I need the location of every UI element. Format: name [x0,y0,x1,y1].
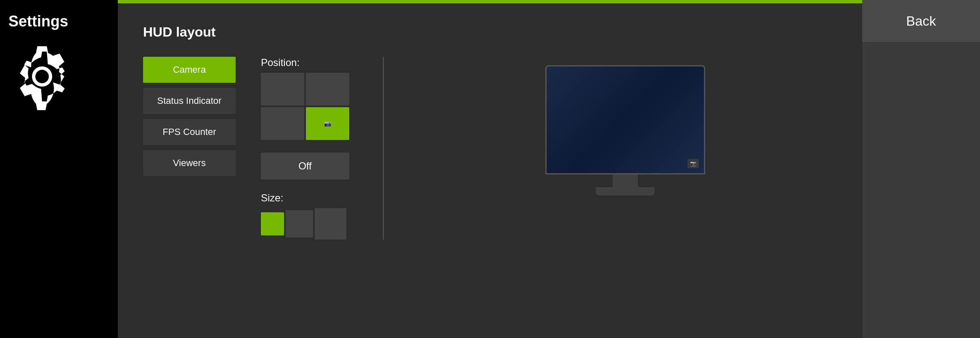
size-section: Size: [261,192,353,240]
size-cell-small[interactable] [261,212,284,235]
size-cell-large[interactable] [315,208,346,240]
position-grid: 📷 [261,73,349,140]
top-bar [118,0,862,3]
position-label: Position: [261,57,353,69]
menu-item-fps-counter[interactable]: FPS Counter [143,119,236,145]
pos-cell-bottom-right[interactable]: 📷 [306,107,349,140]
monitor-screen: 📷 [545,65,705,174]
menu-item-viewers[interactable]: Viewers [143,150,236,176]
monitor-camera-indicator: 📷 [688,159,699,168]
sidebar: Settings [0,0,118,338]
gear-icon [8,43,109,112]
menu-item-status-indicator[interactable]: Status Indicator [143,88,236,114]
pos-cell-top-right[interactable] [306,73,349,106]
sidebar-title: Settings [8,13,109,30]
off-button[interactable]: Off [261,153,349,180]
size-cell-medium[interactable] [286,210,313,238]
monitor-wrap: 📷 [545,65,705,195]
monitor-preview: 📷 [413,57,837,204]
page-title: HUD layout [143,24,837,40]
monitor-camera-icon: 📷 [690,161,696,166]
content-inner: HUD layout Camera Status Indicator FPS C… [118,3,862,338]
pos-cell-bottom-left[interactable] [261,107,304,140]
controls-column: Position: 📷 Off Size: [261,57,353,240]
size-label: Size: [261,192,353,204]
menu-item-camera[interactable]: Camera [143,57,236,83]
position-section: Position: 📷 [261,57,353,140]
divider [383,57,384,240]
main-content: HUD layout Camera Status Indicator FPS C… [118,0,862,338]
monitor-stand-base [596,187,655,195]
pos-cell-top-left[interactable] [261,73,304,106]
menu-items-list: Camera Status Indicator FPS Counter View… [143,57,236,176]
camera-icon-position: 📷 [324,120,331,127]
size-grid [261,208,353,240]
monitor-stand-neck [613,174,638,187]
right-panel: Back [862,0,980,338]
hud-layout-container: Camera Status Indicator FPS Counter View… [143,57,837,240]
back-button[interactable]: Back [862,0,980,42]
